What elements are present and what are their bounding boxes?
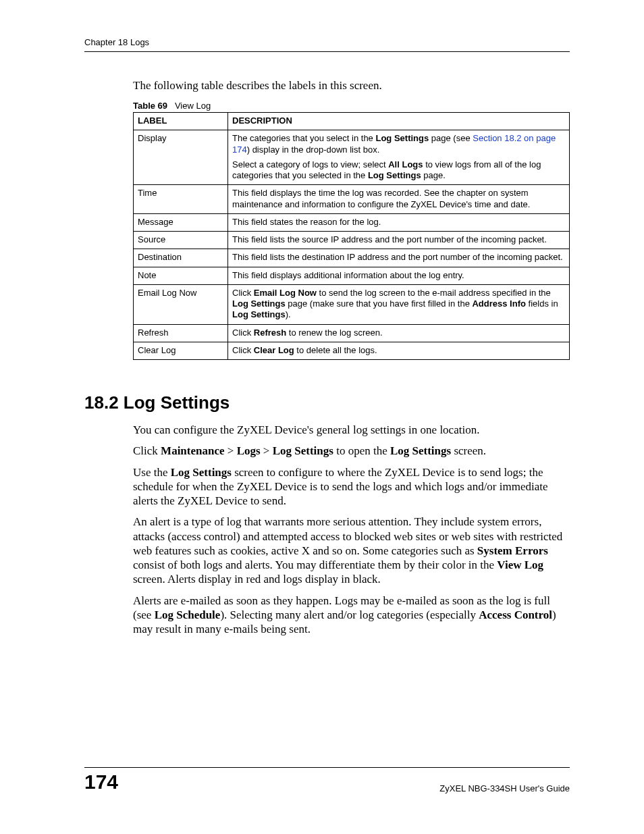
body-paragraph: Alerts are e-mailed as soon as they happ…	[133, 594, 570, 637]
cell-label: Note	[134, 267, 228, 284]
cell-label: Email Log Now	[134, 284, 228, 324]
cell-desc: Click Clear Log to delete all the logs.	[228, 342, 570, 359]
cell-desc: Click Email Log Now to send the log scre…	[228, 284, 570, 324]
cell-desc: This field states the reason for the log…	[228, 213, 570, 231]
table-row: Display The categories that you select i…	[134, 130, 570, 185]
body-paragraph: You can configure the ZyXEL Device's gen…	[133, 423, 570, 437]
table-row: Refresh Click Refresh to renew the log s…	[134, 324, 570, 342]
page-number: 174	[84, 771, 118, 793]
body-paragraph: Click Maintenance > Logs > Log Settings …	[133, 444, 570, 458]
running-head: Chapter 18 Logs	[84, 37, 570, 52]
table-row: Note This field displays additional info…	[134, 267, 570, 284]
table-row: Destination This field lists the destina…	[134, 249, 570, 267]
body-paragraph: An alert is a type of log that warrants …	[133, 515, 570, 586]
cell-label: Message	[134, 213, 228, 231]
cell-label: Destination	[134, 249, 228, 267]
cell-desc: This field lists the source IP address a…	[228, 232, 570, 249]
body-paragraph: Use the Log Settings screen to configure…	[133, 465, 570, 509]
table-row: Message This field states the reason for…	[134, 213, 570, 231]
cell-label: Time	[134, 185, 228, 214]
col-header-label: LABEL	[134, 113, 228, 130]
cell-label: Refresh	[134, 324, 228, 342]
table-row: Clear Log Click Clear Log to delete all …	[134, 342, 570, 359]
view-log-table: LABEL DESCRIPTION Display The categories…	[133, 112, 570, 360]
table-title: View Log	[175, 101, 211, 111]
cell-label: Clear Log	[134, 342, 228, 359]
cell-desc: This field lists the destination IP addr…	[228, 249, 570, 267]
cell-label: Display	[134, 130, 228, 185]
cell-desc: This field displays the time the log was…	[228, 185, 570, 214]
cell-label: Source	[134, 232, 228, 249]
table-row: Source This field lists the source IP ad…	[134, 232, 570, 249]
table-row: Email Log Now Click Email Log Now to sen…	[134, 284, 570, 324]
cell-desc: Click Refresh to renew the log screen.	[228, 324, 570, 342]
page-footer: 174 ZyXEL NBG-334SH User's Guide	[84, 767, 570, 793]
table-number: Table 69	[133, 101, 167, 111]
section-heading: 18.2 Log Settings	[84, 392, 570, 413]
cell-desc: The categories that you select in the Lo…	[228, 130, 570, 185]
table-row: Time This field displays the time the lo…	[134, 185, 570, 214]
col-header-desc: DESCRIPTION	[228, 113, 570, 130]
table-caption: Table 69 View Log	[133, 101, 570, 111]
guide-title: ZyXEL NBG-334SH User's Guide	[439, 783, 570, 793]
intro-text: The following table describes the labels…	[133, 79, 570, 93]
cell-desc: This field displays additional informati…	[228, 267, 570, 284]
